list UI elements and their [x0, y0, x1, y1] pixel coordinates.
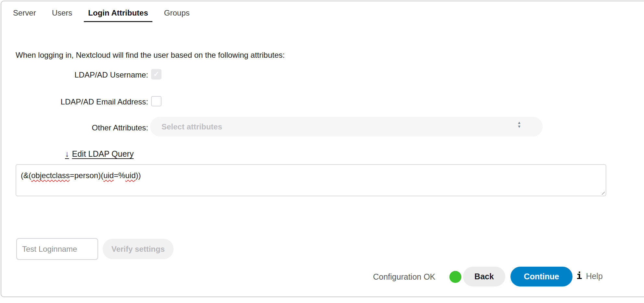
- tab-server[interactable]: Server: [13, 8, 36, 18]
- test-loginname-input[interactable]: [16, 238, 98, 260]
- query-segment: =%: [114, 171, 125, 180]
- query-segment: )): [136, 171, 141, 180]
- edit-ldap-query-label: Edit LDAP Query: [72, 149, 134, 159]
- tab-login-attributes[interactable]: Login Attributes: [84, 8, 152, 22]
- configuration-status-text: Configuration OK: [373, 271, 435, 282]
- ldap-email-checkbox[interactable]: [151, 96, 161, 106]
- help-label: Help: [586, 269, 602, 283]
- query-segment-misspelled: objectclass: [31, 171, 70, 180]
- query-segment-misspelled: uid: [103, 171, 114, 180]
- attributes-multiselect-placeholder: Select attributes: [161, 117, 222, 137]
- help-link[interactable]: i Help: [576, 269, 603, 283]
- query-segment-misspelled: uid: [125, 171, 136, 180]
- query-segment: (&(: [21, 171, 31, 180]
- arrow-down-icon: ↓: [65, 149, 69, 159]
- status-ok-dot: [449, 271, 461, 283]
- tab-groups[interactable]: Groups: [164, 8, 190, 18]
- ldap-username-label: LDAP/AD Username:: [1, 70, 148, 80]
- ldap-wizard-panel: Server Users Login Attributes Groups Whe…: [1, 1, 644, 297]
- other-attributes-label: Other Attributes:: [1, 123, 148, 133]
- sort-carets-icon: ▲ ▼: [517, 121, 521, 128]
- query-segment: =person)(: [70, 171, 103, 180]
- checkmark-icon: ✓: [153, 70, 159, 79]
- intro-text: When logging in, Nextcloud will find the…: [16, 50, 285, 60]
- ldap-email-label: LDAP/AD Email Address:: [1, 97, 148, 107]
- wizard-tab-bar: Server Users Login Attributes Groups: [13, 8, 189, 22]
- caret-up-icon: ▲: [517, 121, 521, 124]
- ldap-username-checkbox: ✓: [151, 69, 161, 79]
- verify-settings-button: Verify settings: [103, 239, 174, 259]
- back-button[interactable]: Back: [463, 267, 505, 286]
- resize-handle-icon[interactable]: [599, 189, 605, 195]
- attributes-multiselect: Select attributes ▲ ▼: [150, 117, 543, 137]
- continue-button[interactable]: Continue: [510, 267, 573, 286]
- ldap-query-textarea[interactable]: (&(objectclass=person)(uid=%uid)): [16, 164, 606, 196]
- edit-ldap-query-link[interactable]: ↓ Edit LDAP Query: [65, 149, 134, 159]
- tab-users[interactable]: Users: [52, 8, 72, 18]
- info-icon: i: [576, 269, 582, 282]
- caret-down-icon: ▼: [517, 125, 521, 128]
